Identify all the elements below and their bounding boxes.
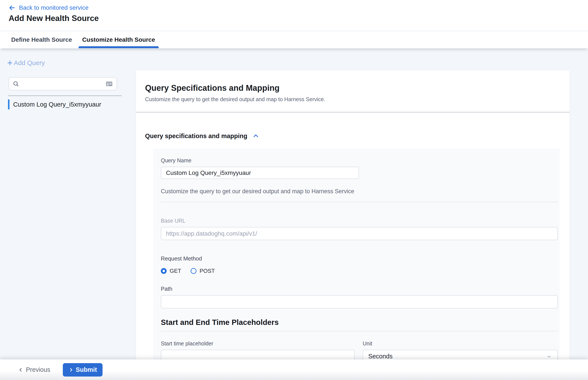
previous-label: Previous (26, 366, 50, 373)
page-header: Back to monitored service Add New Health… (0, 0, 588, 31)
request-method-label: Request Method (161, 255, 558, 262)
radio-post-label: POST (199, 267, 215, 274)
start-time-label: Start time placeholder (161, 341, 355, 347)
query-name-helper: Customize the query to get our desired o… (161, 188, 558, 195)
unit-select[interactable]: Seconds (363, 350, 558, 360)
chevron-down-icon (546, 353, 552, 360)
query-item-label: Custom Log Query_i5xmyyuaur (13, 101, 101, 108)
submit-label: Submit (76, 366, 97, 373)
query-spec-panel: Query Specifications and Mapping Customi… (136, 71, 570, 360)
tab-customize-health-source[interactable]: Customize Health Source (82, 31, 155, 48)
path-input[interactable] (161, 295, 558, 308)
time-placeholder-row: Start time placeholder Unit Seconds (161, 341, 558, 360)
plus-icon (6, 59, 13, 66)
path-label: Path (161, 285, 558, 292)
panel-header: Query Specifications and Mapping Customi… (136, 71, 570, 113)
tab-define-health-source[interactable]: Define Health Source (11, 31, 72, 48)
unit-select-value: Seconds (368, 353, 393, 360)
panel-body: Query specifications and mapping Query N… (136, 132, 570, 360)
back-arrow-icon (8, 4, 16, 12)
chevron-up-icon[interactable] (252, 132, 259, 140)
section-heading: Query specifications and mapping (145, 132, 560, 140)
previous-button[interactable]: Previous (18, 366, 50, 373)
query-search-box (9, 77, 117, 90)
request-method-radio-group: GET POST (161, 267, 558, 274)
sidebar-divider (8, 95, 122, 96)
chevron-right-icon (69, 367, 74, 372)
time-placeholders-heading: Start and End Time Placeholders (161, 318, 558, 327)
add-query-button[interactable]: Add Query (6, 59, 45, 67)
add-query-label: Add Query (14, 59, 45, 67)
base-url-label: Base URL (161, 218, 558, 224)
query-form-card: Query Name Customize the query to get ou… (153, 149, 559, 360)
panel-title: Query Specifications and Mapping (145, 83, 560, 93)
query-list-item[interactable]: Custom Log Query_i5xmyyuaur (8, 99, 101, 109)
submit-button[interactable]: Submit (63, 363, 103, 377)
query-name-label: Query Name (161, 157, 191, 163)
back-to-monitored-service-link[interactable]: Back to monitored service (8, 4, 88, 12)
subsection-divider (161, 331, 558, 331)
page-title: Add New Health Source (9, 14, 99, 23)
selected-indicator-bar (8, 99, 10, 109)
back-link-label: Back to monitored service (19, 4, 88, 11)
tab-bar: Define Health Source Customize Health So… (0, 31, 588, 48)
unit-field: Unit Seconds (363, 341, 558, 360)
base-url-input[interactable] (161, 227, 558, 240)
unit-label: Unit (363, 341, 558, 347)
radio-option-get[interactable]: GET (161, 267, 181, 274)
start-time-field: Start time placeholder (161, 341, 355, 360)
query-sidebar: Add Query Custom Log Query_i5xmyyuaur (0, 48, 136, 360)
footer-bar: Previous Submit (0, 360, 588, 380)
radio-get-label: GET (170, 267, 181, 274)
search-icon (13, 80, 19, 87)
query-name-input[interactable] (161, 167, 359, 179)
panel-subtitle: Customize the query to get the desired o… (145, 96, 560, 102)
form-divider (161, 202, 558, 202)
radio-post-icon[interactable] (190, 268, 196, 274)
start-time-input[interactable] (161, 350, 355, 360)
id-card-icon[interactable] (105, 80, 113, 88)
active-tab-underline (79, 46, 159, 48)
radio-get-selected-icon[interactable] (161, 268, 167, 274)
chevron-left-icon (18, 367, 23, 372)
search-input[interactable] (22, 80, 105, 87)
add-health-source-page: Back to monitored service Add New Health… (0, 0, 588, 380)
radio-option-post[interactable]: POST (190, 267, 215, 274)
